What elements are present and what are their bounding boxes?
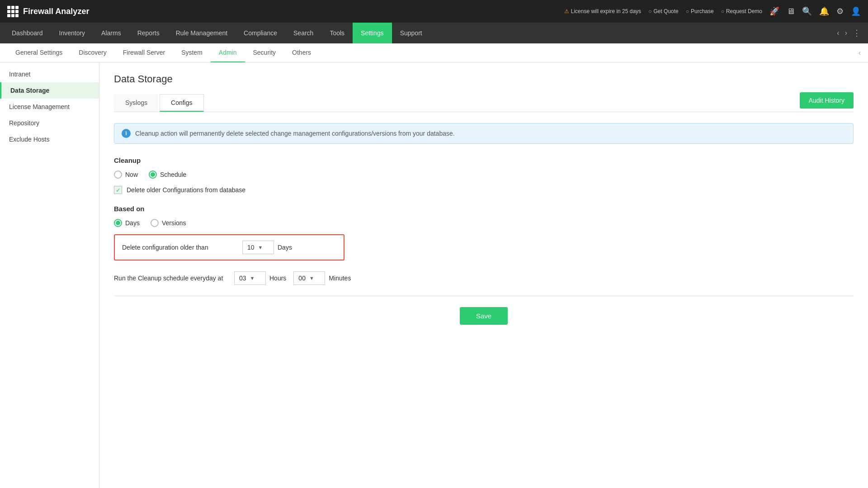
license-info: ⚠ License will expire in 25 days ○ Get Q… [564, 8, 762, 14]
info-icon: i [122, 129, 131, 138]
radio-now[interactable] [114, 171, 122, 179]
schedule-hour-group: 03 ▼ Hours [234, 271, 286, 285]
audit-history-button[interactable]: Audit History [800, 92, 854, 109]
info-box: i Cleanup action will permanently delete… [114, 123, 854, 144]
cleanup-section-title: Cleanup [114, 156, 854, 164]
request-demo-link[interactable]: ○ Request Demo [721, 8, 762, 14]
schedule-minute-value: 00 [298, 275, 306, 282]
radio-schedule-label: Schedule [160, 171, 186, 178]
cleanup-option-schedule[interactable]: Schedule [149, 171, 186, 179]
tabs-container: Syslogs Configs Audit History [114, 94, 854, 112]
get-quote-link[interactable]: ○ Get Quote [648, 8, 679, 14]
delete-config-value: 10 [247, 244, 255, 251]
purchase-link[interactable]: ○ Purchase [686, 8, 714, 14]
screen-icon[interactable]: 🖥 [787, 7, 795, 16]
nav-item-dashboard[interactable]: Dashboard [4, 23, 51, 43]
sub-nav-arrow[interactable]: ‹ [859, 49, 861, 57]
schedule-minute-unit: Minutes [329, 275, 351, 282]
nav-next-arrow[interactable]: › [843, 27, 849, 39]
delete-checkbox-label: Delete older Configurations from databas… [127, 186, 245, 194]
schedule-hour-unit: Hours [269, 275, 286, 282]
minute-chevron-icon: ▼ [309, 275, 314, 281]
radio-versions-label: Versions [162, 219, 186, 227]
logo-area: Firewall Analyzer [7, 6, 564, 17]
radio-versions[interactable] [151, 219, 159, 227]
nav-prev-arrow[interactable]: ‹ [835, 27, 841, 39]
delete-checkbox-row: ✓ Delete older Configurations from datab… [114, 186, 854, 194]
delete-config-row: Delete configuration older than 10 ▼ Day… [114, 234, 344, 261]
sub-item-general-settings[interactable]: General Settings [7, 43, 71, 62]
sub-item-others[interactable]: Others [284, 43, 319, 62]
header-icons: 🚀 🖥 🔍 🔔 ⚙ 👤 [769, 6, 861, 16]
nav-item-alarms[interactable]: Alarms [93, 23, 129, 43]
tab-syslogs[interactable]: Syslogs [114, 94, 159, 112]
cleanup-option-now[interactable]: Now [114, 171, 138, 179]
sidebar-item-data-storage[interactable]: Data Storage [0, 82, 99, 99]
page-title: Data Storage [114, 73, 854, 85]
radio-schedule[interactable] [149, 171, 157, 179]
schedule-row: Run the Cleanup schedule everyday at 03 … [114, 271, 854, 285]
radio-days-label: Days [125, 219, 140, 227]
save-button[interactable]: Save [460, 307, 508, 325]
sidebar-item-intranet[interactable]: Intranet [0, 66, 99, 82]
based-on-versions[interactable]: Versions [151, 219, 186, 227]
sub-item-discovery[interactable]: Discovery [71, 43, 114, 62]
schedule-minute-select[interactable]: 00 ▼ [293, 271, 325, 285]
nav-item-inventory[interactable]: Inventory [51, 23, 94, 43]
sub-item-security[interactable]: Security [245, 43, 284, 62]
divider [114, 296, 854, 296]
sidebar-item-repository[interactable]: Repository [0, 115, 99, 131]
nav-item-support[interactable]: Support [392, 23, 430, 43]
delete-config-value-select[interactable]: 10 ▼ [242, 241, 274, 254]
schedule-hour-select[interactable]: 03 ▼ [234, 271, 266, 285]
top-header: Firewall Analyzer ⚠ License will expire … [0, 0, 868, 23]
nav-item-settings[interactable]: Settings [353, 23, 392, 43]
sub-item-system[interactable]: System [173, 43, 211, 62]
app-title: Firewall Analyzer [23, 7, 89, 16]
content-area: Data Storage Syslogs Configs Audit Histo… [99, 62, 868, 488]
chevron-down-icon: ▼ [258, 245, 263, 250]
based-on-days[interactable]: Days [114, 219, 140, 227]
sub-item-admin[interactable]: Admin [211, 43, 245, 62]
bell-icon[interactable]: 🔔 [819, 6, 829, 16]
schedule-hour-value: 03 [239, 275, 246, 282]
nav-item-rule-management[interactable]: Rule Management [168, 23, 236, 43]
user-icon[interactable]: 👤 [851, 6, 861, 16]
sub-nav: General Settings Discovery Firewall Serv… [0, 43, 868, 62]
nav-more-icon[interactable]: ⋮ [849, 28, 864, 38]
nav-item-compliance[interactable]: Compliance [236, 23, 285, 43]
delete-config-unit: Days [278, 244, 292, 251]
tab-configs[interactable]: Configs [160, 94, 203, 112]
radio-days[interactable] [114, 219, 122, 227]
gear-icon[interactable]: ⚙ [836, 6, 844, 16]
layout: Intranet Data Storage License Management… [0, 62, 868, 488]
sidebar: Intranet Data Storage License Management… [0, 62, 99, 488]
delete-config-label: Delete configuration older than [122, 244, 235, 251]
radio-now-label: Now [125, 171, 138, 178]
nav-arrows: ‹ › [835, 27, 849, 39]
hour-chevron-icon: ▼ [250, 275, 255, 281]
delete-config-select-group: 10 ▼ Days [242, 241, 292, 254]
sidebar-item-exclude-hosts[interactable]: Exclude Hosts [0, 131, 99, 147]
based-on-radio-group: Days Versions [114, 219, 854, 227]
info-message: Cleanup action will permanently delete s… [135, 130, 455, 137]
cleanup-radio-group: Now Schedule [114, 171, 854, 179]
sub-item-firewall-server[interactable]: Firewall Server [115, 43, 173, 62]
app-logo-grid [7, 6, 19, 17]
cleanup-section: Cleanup Now Schedule ✓ Delete older Conf… [114, 156, 854, 194]
delete-checkbox[interactable]: ✓ [114, 186, 122, 194]
main-nav: Dashboard Inventory Alarms Reports Rule … [0, 23, 868, 43]
search-icon[interactable]: 🔍 [802, 6, 812, 16]
nav-item-search[interactable]: Search [285, 23, 321, 43]
sidebar-item-license-management[interactable]: License Management [0, 99, 99, 115]
based-on-title: Based on [114, 205, 854, 213]
schedule-minute-group: 00 ▼ Minutes [293, 271, 351, 285]
license-notice: ⚠ License will expire in 25 days [564, 8, 641, 14]
schedule-label: Run the Cleanup schedule everyday at [114, 275, 227, 282]
based-on-section: Based on Days Versions [114, 205, 854, 227]
rocket-icon[interactable]: 🚀 [769, 6, 779, 16]
nav-item-tools[interactable]: Tools [321, 23, 353, 43]
nav-item-reports[interactable]: Reports [129, 23, 168, 43]
